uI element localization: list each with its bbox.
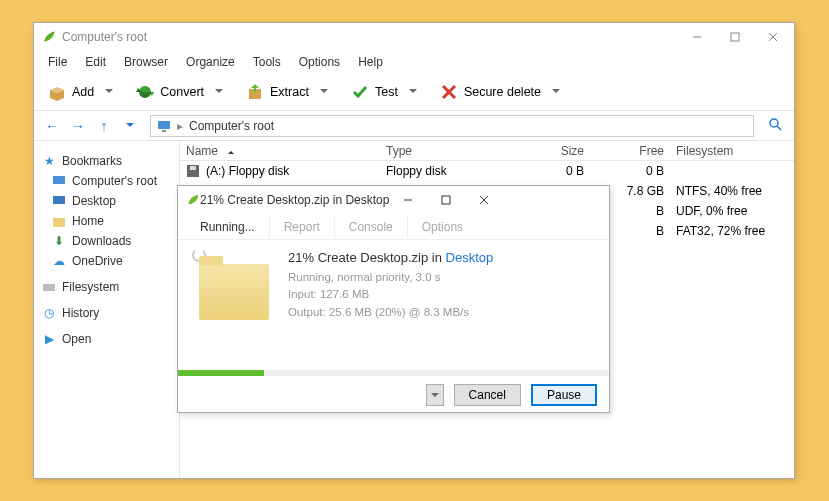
check-icon	[351, 83, 369, 101]
convert-icon	[136, 83, 154, 101]
nav-forward[interactable]: →	[66, 114, 90, 138]
close-button[interactable]	[754, 24, 792, 50]
sidebar-filesystem[interactable]: Filesystem	[34, 277, 179, 297]
app-icon	[42, 30, 56, 44]
sidebar-item-desktop[interactable]: Desktop	[34, 191, 179, 211]
dialog-title: 21% Create Desktop.zip in Desktop	[200, 193, 389, 207]
progress-output: Output: 25.6 MB (20%) @ 8.3 MB/s	[288, 304, 493, 321]
progress-status: Running, normal priority, 3.0 s	[288, 269, 493, 286]
sidebar-item-onedrive[interactable]: ☁OneDrive	[34, 251, 179, 271]
toolbar: Add Convert Extract Test Secure delete	[34, 73, 794, 111]
folder-icon	[199, 264, 269, 320]
cloud-icon: ☁	[52, 254, 66, 268]
sidebar-open[interactable]: ▶Open	[34, 329, 179, 349]
computer-icon	[52, 174, 66, 188]
sidebar-item-computers-root[interactable]: Computer's root	[34, 171, 179, 191]
toolbar-secure-delete-drop[interactable]	[551, 82, 561, 101]
col-filesystem[interactable]: Filesystem	[670, 144, 794, 158]
col-free[interactable]: Free	[590, 144, 670, 158]
tab-report[interactable]: Report	[270, 216, 335, 238]
tab-console[interactable]: Console	[335, 216, 408, 238]
toolbar-convert-label: Convert	[160, 85, 204, 99]
cancel-button[interactable]: Cancel	[454, 384, 521, 406]
nav-up[interactable]: ↑	[92, 114, 116, 138]
menu-tools[interactable]: Tools	[245, 53, 289, 71]
search-button[interactable]	[762, 117, 788, 134]
toolbar-extract-drop[interactable]	[319, 82, 329, 101]
dialog-tabs: Running... Report Console Options	[178, 214, 609, 240]
sidebar-item-downloads[interactable]: ⬇Downloads	[34, 231, 179, 251]
menu-browser[interactable]: Browser	[116, 53, 176, 71]
svg-rect-11	[53, 218, 65, 227]
menu-edit[interactable]: Edit	[77, 53, 114, 71]
svg-rect-1	[731, 33, 739, 41]
progress-bar-fill	[178, 370, 264, 376]
svg-rect-14	[190, 166, 196, 170]
dialog-minimize-button[interactable]	[389, 187, 427, 213]
address-text: Computer's root	[189, 119, 274, 133]
nav-back[interactable]: ←	[40, 114, 64, 138]
tab-running[interactable]: Running...	[186, 216, 270, 238]
menu-options[interactable]: Options	[291, 53, 348, 71]
dialog-maximize-button[interactable]	[427, 187, 465, 213]
table-row[interactable]: (A:) Floppy disk Floppy disk 0 B 0 B	[180, 161, 794, 181]
search-icon	[768, 117, 782, 131]
sort-asc-icon	[228, 148, 234, 154]
home-folder-icon	[52, 214, 66, 228]
svg-rect-5	[158, 121, 170, 129]
address-field[interactable]: ▸ Computer's root	[150, 115, 754, 137]
svg-rect-6	[162, 130, 166, 132]
toolbar-add-label: Add	[72, 85, 94, 99]
toolbar-convert-drop[interactable]	[214, 82, 224, 101]
play-icon: ▶	[42, 332, 56, 346]
progress-input: Input: 127.6 MB	[288, 286, 493, 303]
download-icon: ⬇	[52, 234, 66, 248]
toolbar-convert[interactable]: Convert	[128, 79, 212, 105]
menu-organize[interactable]: Organize	[178, 53, 243, 71]
progress-headline: 21% Create Desktop.zip in Desktop	[288, 250, 493, 265]
toolbar-test-label: Test	[375, 85, 398, 99]
menubar: File Edit Browser Organize Tools Options…	[34, 51, 794, 73]
sidebar-history[interactable]: ◷History	[34, 303, 179, 323]
toolbar-secure-delete-label: Secure delete	[464, 85, 541, 99]
destination-link[interactable]: Desktop	[446, 250, 494, 265]
nav-history-drop[interactable]	[118, 114, 142, 138]
svg-rect-10	[53, 196, 65, 204]
pause-button[interactable]: Pause	[531, 384, 597, 406]
sidebar: ★Bookmarks Computer's root Desktop Home …	[34, 141, 180, 478]
menu-help[interactable]: Help	[350, 53, 391, 71]
maximize-button[interactable]	[716, 24, 754, 50]
toolbar-test[interactable]: Test	[343, 79, 406, 105]
location-bar: ← → ↑ ▸ Computer's root	[34, 111, 794, 141]
svg-point-7	[770, 119, 778, 127]
dialog-more-button[interactable]	[426, 384, 444, 406]
clock-icon: ◷	[42, 306, 56, 320]
toolbar-extract[interactable]: Extract	[238, 79, 317, 105]
dialog-titlebar: 21% Create Desktop.zip in Desktop	[178, 186, 609, 214]
minimize-button[interactable]	[678, 24, 716, 50]
box-out-icon	[246, 83, 264, 101]
desktop-icon	[52, 194, 66, 208]
progress-bar	[178, 370, 609, 376]
toolbar-secure-delete[interactable]: Secure delete	[432, 79, 549, 105]
tab-options[interactable]: Options	[408, 216, 477, 238]
toolbar-extract-label: Extract	[270, 85, 309, 99]
list-header: Name Type Size Free Filesystem	[180, 141, 794, 161]
svg-rect-12	[43, 284, 55, 291]
col-name[interactable]: Name	[180, 144, 380, 158]
sidebar-item-home[interactable]: Home	[34, 211, 179, 231]
progress-dialog: 21% Create Desktop.zip in Desktop Runnin…	[177, 185, 610, 413]
app-icon	[186, 193, 200, 207]
x-icon	[440, 83, 458, 101]
svg-rect-18	[442, 196, 450, 204]
toolbar-add[interactable]: Add	[40, 79, 102, 105]
col-size[interactable]: Size	[490, 144, 590, 158]
svg-rect-9	[53, 176, 65, 184]
toolbar-add-drop[interactable]	[104, 82, 114, 101]
toolbar-test-drop[interactable]	[408, 82, 418, 101]
dialog-close-button[interactable]	[465, 187, 503, 213]
col-type[interactable]: Type	[380, 144, 490, 158]
drive-icon	[42, 280, 56, 294]
sidebar-bookmarks[interactable]: ★Bookmarks	[34, 151, 179, 171]
menu-file[interactable]: File	[40, 53, 75, 71]
